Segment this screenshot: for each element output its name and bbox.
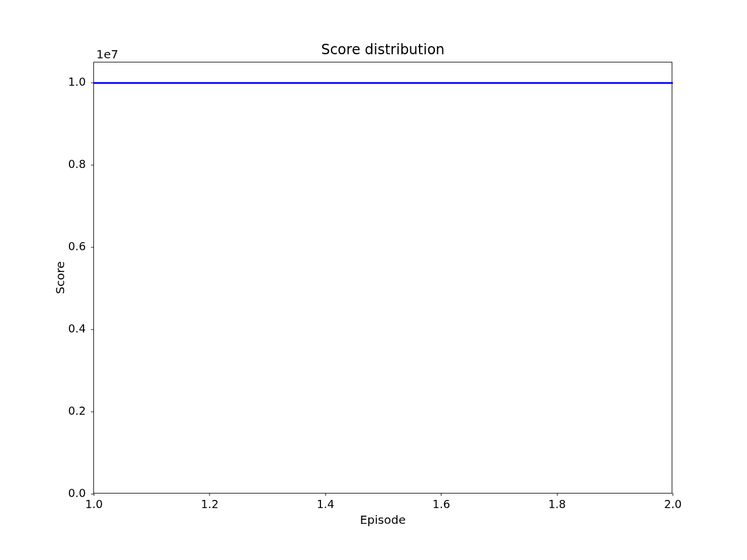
- x-tick-label: 1.8: [548, 498, 566, 510]
- y-tick-mark: [91, 165, 94, 166]
- axes: Score distribution 1e7 Score Episode 1.0…: [93, 62, 672, 494]
- x-tick-mark: [557, 493, 557, 496]
- figure: Score distribution 1e7 Score Episode 1.0…: [0, 0, 747, 560]
- x-tick-mark: [325, 493, 326, 496]
- y-tick-label: 0.2: [68, 404, 86, 417]
- y-tick-mark: [91, 83, 94, 83]
- y-tick-label: 0.4: [68, 322, 86, 335]
- x-tick-label: 1.2: [201, 498, 218, 510]
- x-tick-mark: [673, 493, 673, 496]
- x-tick-label: 2.0: [664, 498, 682, 510]
- x-tick-label: 1.4: [317, 498, 334, 510]
- y-tick-mark: [91, 494, 94, 495]
- x-axis-label: Episode: [94, 513, 672, 527]
- y-tick-label: 0.0: [68, 487, 86, 499]
- y-tick-mark: [91, 247, 94, 248]
- y-tick-label: 0.8: [68, 158, 86, 170]
- x-tick-mark: [210, 493, 210, 496]
- y-tick-mark: [91, 412, 94, 412]
- x-tick-mark: [441, 493, 442, 496]
- data-line: [94, 62, 673, 494]
- y-tick-label: 1.0: [68, 75, 86, 88]
- chart-title: Score distribution: [94, 41, 672, 58]
- y-tick-mark: [91, 330, 94, 330]
- x-tick-label: 1.0: [85, 498, 103, 510]
- x-tick-label: 1.6: [432, 498, 450, 510]
- y-axis-label: Score: [53, 261, 67, 294]
- y-axis-offset-text: 1e7: [96, 47, 118, 61]
- y-tick-label: 0.6: [68, 240, 86, 253]
